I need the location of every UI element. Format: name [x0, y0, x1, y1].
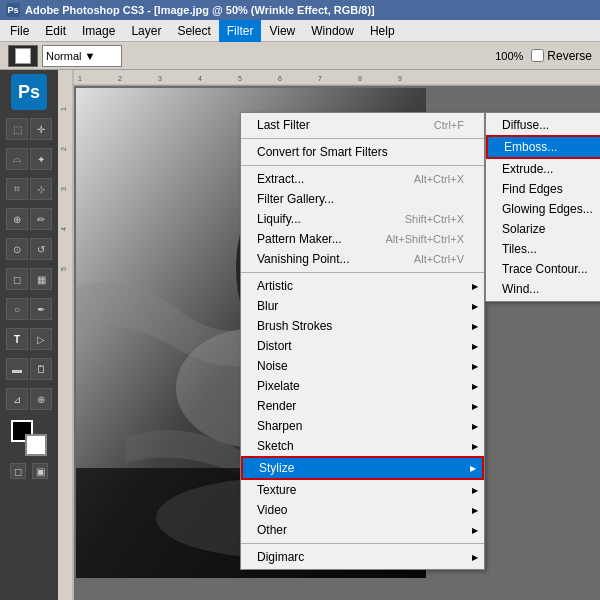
menu-help[interactable]: Help: [362, 20, 403, 42]
svg-text:2: 2: [60, 147, 67, 151]
standard-mode-icon[interactable]: ◻: [10, 463, 26, 479]
svg-text:8: 8: [358, 75, 362, 82]
svg-text:4: 4: [60, 227, 67, 231]
magic-wand-icon[interactable]: ✦: [30, 148, 52, 170]
lasso-tool-icon[interactable]: ⌓: [6, 148, 28, 170]
svg-text:1: 1: [78, 75, 82, 82]
svg-text:7: 7: [318, 75, 322, 82]
filter-pixelate[interactable]: Pixelate: [241, 376, 484, 396]
menu-layer[interactable]: Layer: [123, 20, 169, 42]
menu-file[interactable]: File: [2, 20, 37, 42]
svg-rect-0: [58, 70, 600, 86]
ruler-horizontal: 1 2 3 4 5 6 7 8 9: [58, 70, 600, 86]
notes-tool-icon[interactable]: 🗒: [30, 358, 52, 380]
tool-row-4: ⊕ ✏: [0, 204, 58, 234]
shape-tool-icon[interactable]: ▬: [6, 358, 28, 380]
filter-artistic[interactable]: Artistic: [241, 276, 484, 296]
stylize-solarize[interactable]: Solarize: [486, 219, 600, 239]
tool-row-2: ⌓ ✦: [0, 144, 58, 174]
history-brush-icon[interactable]: ↺: [30, 238, 52, 260]
tool-row-9: ▬ 🗒: [0, 354, 58, 384]
filter-gallery[interactable]: Filter Gallery...: [241, 189, 484, 209]
filter-sketch[interactable]: Sketch: [241, 436, 484, 456]
menu-view[interactable]: View: [261, 20, 303, 42]
window-title: Adobe Photoshop CS3 - [Image.jpg @ 50% (…: [25, 4, 375, 16]
stylize-extrude[interactable]: Extrude...: [486, 159, 600, 179]
fullscreen-mode-icon[interactable]: ▣: [32, 463, 48, 479]
menu-image[interactable]: Image: [74, 20, 123, 42]
tool-row-3: ⌗ ⊹: [0, 174, 58, 204]
filter-stylize[interactable]: Stylize: [241, 456, 484, 480]
stylize-submenu: Diffuse... Emboss... Extrude... Find Edg…: [485, 112, 600, 302]
path-select-icon[interactable]: ▷: [30, 328, 52, 350]
stylize-emboss[interactable]: Emboss...: [486, 135, 600, 159]
filter-pattern-maker[interactable]: Pattern Maker... Alt+Shift+Ctrl+X: [241, 229, 484, 249]
filter-convert-smart[interactable]: Convert for Smart Filters: [241, 142, 484, 162]
marquee-tool-icon[interactable]: ⬚: [6, 118, 28, 140]
brush-tool-icon[interactable]: ✏: [30, 208, 52, 230]
heal-tool-icon[interactable]: ⊕: [6, 208, 28, 230]
ps-logo: Ps: [11, 74, 47, 110]
filter-video[interactable]: Video: [241, 500, 484, 520]
mode-control: Normal ▼: [8, 45, 122, 67]
svg-text:1: 1: [60, 107, 67, 111]
divider-4: [241, 543, 484, 544]
stylize-find-edges[interactable]: Find Edges: [486, 179, 600, 199]
svg-text:2: 2: [118, 75, 122, 82]
filter-render[interactable]: Render: [241, 396, 484, 416]
tool-row-7: ○ ✒: [0, 294, 58, 324]
background-color[interactable]: [25, 434, 47, 456]
filter-digimarc[interactable]: Digimarc: [241, 547, 484, 567]
ruler-vertical: 1 2 3 4 5: [58, 70, 74, 600]
filter-brush-strokes[interactable]: Brush Strokes: [241, 316, 484, 336]
mode-dropdown[interactable]: Normal ▼: [42, 45, 122, 67]
stylize-wind[interactable]: Wind...: [486, 279, 600, 299]
filter-texture[interactable]: Texture: [241, 480, 484, 500]
dodge-tool-icon[interactable]: ○: [6, 298, 28, 320]
menu-window[interactable]: Window: [303, 20, 362, 42]
stylize-tiles[interactable]: Tiles...: [486, 239, 600, 259]
zoom-tool-icon[interactable]: ⊕: [30, 388, 52, 410]
tool-preview: [8, 45, 38, 67]
divider-2: [241, 165, 484, 166]
menu-bar: File Edit Image Layer Select Filter View…: [0, 20, 600, 42]
filter-other[interactable]: Other: [241, 520, 484, 540]
filter-last-filter[interactable]: Last Filter Ctrl+F: [241, 115, 484, 135]
app-icon: Ps: [6, 3, 20, 17]
tool-row-6: ◻ ▦: [0, 264, 58, 294]
reverse-label: Reverse: [547, 49, 592, 63]
filter-extract[interactable]: Extract... Alt+Ctrl+X: [241, 169, 484, 189]
menu-select[interactable]: Select: [169, 20, 218, 42]
stylize-glowing-edges[interactable]: Glowing Edges...: [486, 199, 600, 219]
slice-tool-icon[interactable]: ⊹: [30, 178, 52, 200]
menu-filter[interactable]: Filter: [219, 20, 262, 42]
filter-sharpen[interactable]: Sharpen: [241, 416, 484, 436]
pen-tool-icon[interactable]: ✒: [30, 298, 52, 320]
eraser-tool-icon[interactable]: ◻: [6, 268, 28, 290]
stylize-diffuse[interactable]: Diffuse...: [486, 115, 600, 135]
svg-text:4: 4: [198, 75, 202, 82]
title-bar: Ps Adobe Photoshop CS3 - [Image.jpg @ 50…: [0, 0, 600, 20]
main-area: Ps ⬚ ✛ ⌓ ✦ ⌗ ⊹ ⊕ ✏ ⊙ ↺ ◻ ▦ ○ ✒: [0, 70, 600, 600]
color-swatch[interactable]: [11, 420, 47, 456]
svg-text:3: 3: [60, 187, 67, 191]
gradient-tool-icon[interactable]: ▦: [30, 268, 52, 290]
svg-text:6: 6: [278, 75, 282, 82]
filter-blur[interactable]: Blur: [241, 296, 484, 316]
canvas-area: 1 2 3 4 5 6 7 8 9 1 2 3 4 5: [58, 70, 600, 600]
move-tool-icon[interactable]: ✛: [30, 118, 52, 140]
screen-mode-controls: ◻ ▣: [0, 462, 58, 480]
tool-row-1: ⬚ ✛: [0, 114, 58, 144]
filter-noise[interactable]: Noise: [241, 356, 484, 376]
reverse-checkbox[interactable]: [531, 49, 544, 62]
svg-text:3: 3: [158, 75, 162, 82]
menu-edit[interactable]: Edit: [37, 20, 74, 42]
filter-distort[interactable]: Distort: [241, 336, 484, 356]
filter-liquify[interactable]: Liquify... Shift+Ctrl+X: [241, 209, 484, 229]
text-tool-icon[interactable]: T: [6, 328, 28, 350]
eyedropper-icon[interactable]: ⊿: [6, 388, 28, 410]
clone-tool-icon[interactable]: ⊙: [6, 238, 28, 260]
filter-vanishing-point[interactable]: Vanishing Point... Alt+Ctrl+V: [241, 249, 484, 269]
stylize-trace-contour[interactable]: Trace Contour...: [486, 259, 600, 279]
crop-tool-icon[interactable]: ⌗: [6, 178, 28, 200]
